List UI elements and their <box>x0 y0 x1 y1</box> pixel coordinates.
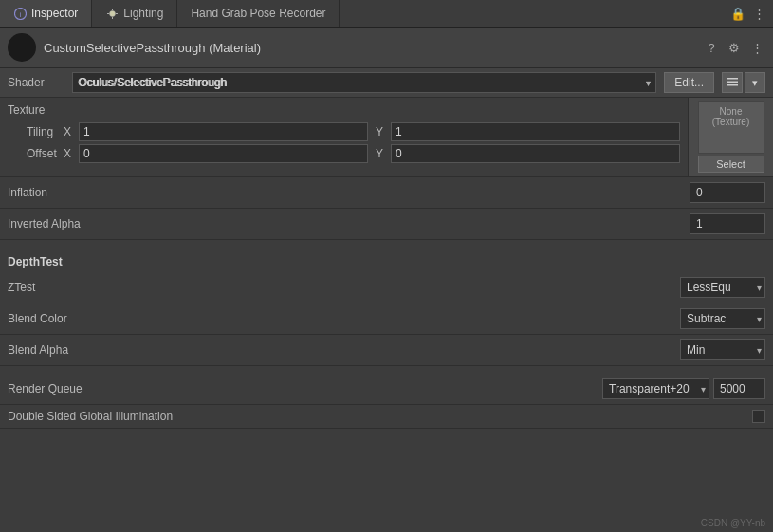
section-divider <box>0 240 773 248</box>
tab-lighting[interactable]: Lighting <box>92 0 177 27</box>
more-header-icon[interactable]: ⋮ <box>748 39 765 56</box>
render-queue-select[interactable]: Transparent+20 <box>602 378 709 399</box>
tab-inspector-label: Inspector <box>31 7 78 20</box>
lock-icon[interactable]: 🔒 <box>730 7 745 21</box>
tab-inspector[interactable]: i Inspector <box>0 0 92 27</box>
shader-more-button[interactable]: ▾ <box>745 72 765 93</box>
tab-extra-actions: 🔒 ⋮ <box>723 7 773 21</box>
double-sided-row: Double Sided Global Illumination <box>0 405 773 429</box>
header-actions: ? ⚙ ⋮ <box>703 39 765 56</box>
texture-section: Texture Tiling X Y Offset X Y None (Text… <box>0 98 773 177</box>
tab-hand-grab[interactable]: Hand Grab Pose Recorder <box>177 0 340 27</box>
tiling-y-axis: Y <box>376 125 387 138</box>
svg-rect-7 <box>727 78 738 80</box>
texture-preview-sub-text: (Texture) <box>712 117 749 127</box>
settings-icon[interactable]: ⚙ <box>726 39 743 56</box>
more-options-icon[interactable]: ⋮ <box>753 7 765 21</box>
shader-select[interactable]: Oculus/SelectivePassthrough <box>72 72 656 93</box>
lighting-icon <box>105 7 119 20</box>
shader-list-buttons: ▾ <box>722 72 765 93</box>
blend-color-row: Blend Color Subtrac ▾ <box>0 303 773 335</box>
blend-color-select[interactable]: Subtrac <box>680 308 765 329</box>
inflation-label: Inflation <box>8 186 690 199</box>
render-queue-value-input[interactable] <box>713 378 765 399</box>
inflation-input[interactable] <box>690 182 765 203</box>
svg-rect-9 <box>727 84 738 86</box>
help-icon[interactable]: ? <box>703 39 720 56</box>
render-queue-label: Render Queue <box>8 382 602 395</box>
ztest-dropdown-wrap: LessEqu ▾ <box>680 277 765 298</box>
texture-main: Texture Tiling X Y Offset X Y <box>0 98 688 176</box>
shader-list-icon-button[interactable] <box>722 72 743 93</box>
shader-label: Shader <box>8 76 64 89</box>
blend-alpha-row: Blend Alpha Min ▾ <box>0 335 773 366</box>
inspector-icon: i <box>13 7 27 20</box>
tab-hand-grab-label: Hand Grab Pose Recorder <box>191 7 325 20</box>
double-sided-checkbox[interactable] <box>752 410 765 423</box>
inverted-alpha-label: Inverted Alpha <box>8 217 690 230</box>
render-section-divider <box>0 366 773 374</box>
render-queue-row: Render Queue Transparent+20 ▾ <box>0 374 773 405</box>
tab-lighting-label: Lighting <box>123 7 163 20</box>
svg-point-2 <box>109 10 115 16</box>
material-header: CustomSelectivePassthrough (Material) ? … <box>0 28 773 68</box>
footer: CSDN @YY-nb <box>693 514 773 532</box>
offset-y-input[interactable] <box>391 144 680 163</box>
inverted-alpha-input[interactable] <box>690 213 765 234</box>
depth-test-section-header: DepthTest <box>0 248 773 272</box>
tiling-x-axis: X <box>64 125 75 138</box>
tiling-label: Tiling <box>8 125 60 138</box>
ztest-label: ZTest <box>8 281 680 294</box>
ztest-select[interactable]: LessEqu <box>680 277 765 298</box>
blend-color-dropdown-wrap: Subtrac ▾ <box>680 308 765 329</box>
ztest-row: ZTest LessEqu ▾ <box>0 272 773 303</box>
blend-alpha-dropdown-wrap: Min ▾ <box>680 339 765 360</box>
blend-color-label: Blend Color <box>8 312 680 325</box>
material-preview-icon <box>8 33 36 62</box>
svg-text:i: i <box>19 10 21 19</box>
texture-preview-box[interactable]: None (Texture) <box>698 101 764 154</box>
texture-label: Texture <box>8 103 680 117</box>
tiling-x-input[interactable] <box>79 122 368 141</box>
blend-alpha-select[interactable]: Min <box>680 339 765 360</box>
texture-preview-none-text: None <box>712 106 749 117</box>
material-title: CustomSelectivePassthrough (Material) <box>44 41 695 55</box>
shader-select-wrap: Oculus/SelectivePassthrough ▾ Oculus/Sel… <box>72 72 656 93</box>
offset-y-axis: Y <box>376 147 387 160</box>
inverted-alpha-row: Inverted Alpha <box>0 209 773 240</box>
offset-x-input[interactable] <box>79 144 368 163</box>
shader-row: Shader Oculus/SelectivePassthrough ▾ Ocu… <box>0 68 773 98</box>
offset-x-axis: X <box>64 147 75 160</box>
shader-edit-button[interactable]: Edit... <box>664 72 714 93</box>
texture-select-button[interactable]: Select <box>698 156 764 173</box>
inflation-row: Inflation <box>0 177 773 209</box>
texture-preview-panel: None (Texture) Select <box>688 98 773 176</box>
tiling-row: Tiling X Y <box>8 122 680 141</box>
offset-row: Offset X Y <box>8 144 680 163</box>
double-sided-label: Double Sided Global Illumination <box>8 410 752 423</box>
tab-bar: i Inspector Lighting Hand Grab Pose Reco… <box>0 0 773 28</box>
blend-alpha-label: Blend Alpha <box>8 343 680 357</box>
offset-label: Offset <box>8 147 60 160</box>
render-queue-dropdown-wrap: Transparent+20 ▾ <box>602 378 709 399</box>
footer-text: CSDN @YY-nb <box>701 518 765 528</box>
svg-rect-8 <box>727 82 738 83</box>
tiling-y-input[interactable] <box>391 122 680 141</box>
